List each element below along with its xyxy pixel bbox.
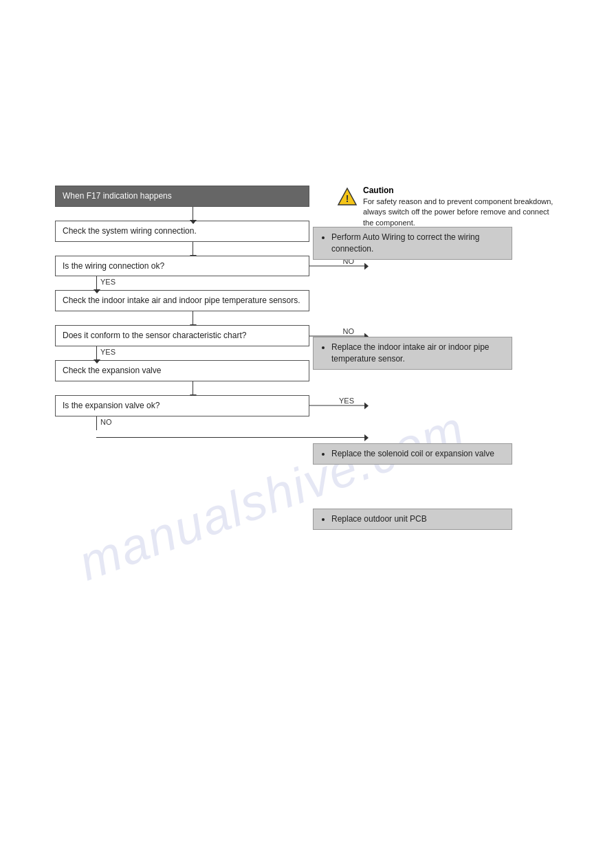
action4-text: Replace outdoor unit PCB [331, 513, 505, 525]
decision3-yes-label: YES [339, 397, 354, 405]
flowchart: When F17 indication happens Check the sy… [55, 186, 330, 444]
decision1-yes-label: YES [100, 278, 116, 286]
decision1-box: Is the wiring connection ok? [55, 256, 309, 277]
action4-box: Replace outdoor unit PCB [313, 509, 512, 530]
action4-container: Replace outdoor unit PCB [313, 509, 512, 530]
caution-section: ! Caution For safety reason and to preve… [337, 186, 557, 228]
decision3-no-label: NO [100, 418, 112, 426]
action1-text: Perform Auto Wiring to correct the wirin… [331, 232, 505, 255]
action3-container: Replace the solenoid coil or expansion v… [313, 443, 512, 465]
decision2-no-label: NO [343, 326, 355, 335]
start-box: When F17 indication happens [55, 186, 309, 207]
action2-container: Replace the indoor intake air or indoor … [313, 337, 512, 370]
action2-text: Replace the indoor intake air or indoor … [331, 342, 505, 365]
decision2-yes-label: YES [100, 348, 116, 356]
action1-container: Perform Auto Wiring to correct the wirin… [313, 227, 512, 260]
action3-box: Replace the solenoid coil or expansion v… [313, 443, 512, 465]
action1-box: Perform Auto Wiring to correct the wirin… [313, 227, 512, 260]
svg-text:!: ! [346, 193, 349, 204]
caution-label: Caution [363, 186, 394, 195]
decision2-box: Does it conform to the sensor characteri… [55, 325, 309, 346]
action3-text: Replace the solenoid coil or expansion v… [331, 448, 505, 460]
decision3-box: Is the expansion valve ok? [55, 395, 309, 416]
step1-box: Check the system wiring connection. [55, 221, 309, 242]
action2-box: Replace the indoor intake air or indoor … [313, 337, 512, 370]
warning-icon: ! [337, 187, 358, 206]
caution-text: For safety reason and to prevent compone… [363, 197, 557, 228]
